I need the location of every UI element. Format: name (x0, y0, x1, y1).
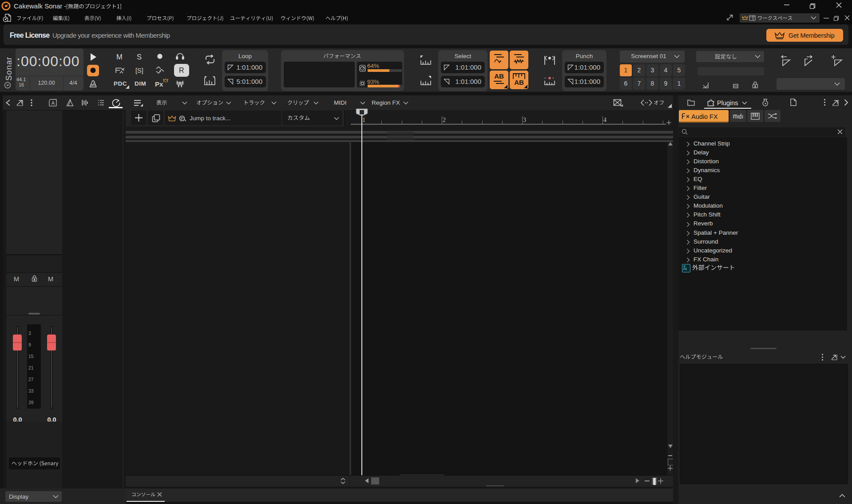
svg-text:A: A (52, 100, 55, 106)
